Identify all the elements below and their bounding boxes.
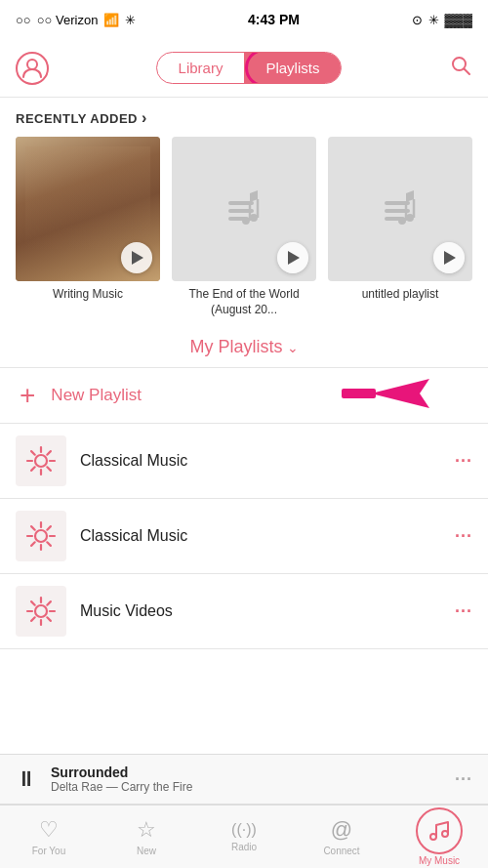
play-button-3[interactable] [433,242,465,273]
svg-point-28 [35,530,47,542]
music-note-icon-2 [215,180,273,238]
svg-line-25 [47,467,51,471]
nav-tabs: Library Playlists [156,52,343,84]
gear-icon-1 [23,443,59,478]
activity-icon: ✳ [125,13,136,27]
svg-point-19 [35,455,47,467]
svg-line-24 [31,451,35,455]
tab-new-label: New [137,846,156,856]
tab-radio[interactable]: ((·)) Radio [195,806,293,868]
tab-my-music[interactable]: My Music [390,806,488,868]
now-playing-subtitle: Delta Rae — Carry the Fire [51,780,455,794]
now-playing-more-dots[interactable]: ··· [455,769,472,790]
svg-line-44 [47,601,51,605]
play-button-1[interactable] [121,242,152,273]
album-thumb-2[interactable] [172,137,316,281]
svg-line-34 [47,542,51,546]
svg-line-45 [31,617,35,621]
status-left: ○○ ○○ Verizon 📶 ✳ [16,13,136,27]
svg-line-36 [31,542,35,546]
playlist-item-2[interactable]: Classical Music ··· [0,499,488,574]
tab-my-music-label: My Music [419,855,460,866]
playlists-chevron-icon: ⌄ [287,340,299,355]
status-bar: ○○ ○○ Verizon 📶 ✳ 4:43 PM ⊙ ✳ ▓▓▓ [0,0,488,39]
alarm-icon: ⊙ [412,13,423,27]
play-button-2[interactable] [277,242,308,273]
tab-connect-label: Connect [323,846,359,856]
svg-line-2 [465,68,470,74]
playlist-name-2: Classical Music [80,527,455,545]
more-dots-2[interactable]: ··· [455,526,472,547]
album-thumb-1[interactable] [16,137,160,281]
playlist-item-3[interactable]: Music Videos ··· [0,574,488,649]
battery-icon: ▓▓▓ [445,13,472,27]
album-label-2: The End of the World (August 20... [172,287,316,317]
profile-icon[interactable] [16,52,49,85]
album-thumb-3[interactable] [328,137,472,281]
svg-point-37 [35,605,47,617]
gear-icon-2 [23,518,59,554]
tab-library[interactable]: Library [157,53,245,83]
now-playing-bar[interactable]: ⏸ Surrounded Delta Rae — Carry the Fire … [0,754,488,805]
album-item-2[interactable]: The End of the World (August 20... [172,137,316,317]
my-music-active-circle [416,807,463,854]
recently-added-section: RECENTLY ADDED › Writing Music [0,98,488,323]
music-note-icon-3 [371,180,429,238]
header: Library Playlists [0,39,488,98]
more-dots-3[interactable]: ··· [455,601,472,622]
radio-icon: ((·)) [231,821,257,839]
recently-added-chevron[interactable]: › [142,109,147,127]
playlist-icon-box-2 [16,511,66,561]
now-playing-title: Surrounded [51,765,455,780]
bluetooth-icon: ✳ [428,13,439,27]
playlist-name-1: Classical Music [80,452,455,470]
recently-added-header: RECENTLY ADDED › [16,109,472,127]
wifi-icon: 📶 [103,13,119,27]
tab-new[interactable]: ☆ New [98,806,195,868]
svg-line-42 [31,601,35,605]
svg-rect-18 [342,389,376,398]
status-time: 4:43 PM [248,12,300,27]
at-icon: @ [331,817,352,843]
svg-line-27 [31,467,35,471]
tab-radio-label: Radio [231,842,257,852]
star-icon: ☆ [137,817,156,843]
album-item-1[interactable]: Writing Music [16,137,160,317]
album-item-3[interactable]: untitled playlist [328,137,472,317]
svg-point-0 [27,60,37,69]
plus-icon: + [20,382,35,409]
status-right: ⊙ ✳ ▓▓▓ [412,13,472,27]
search-button[interactable] [449,54,472,83]
my-playlists-header[interactable]: My Playlists ⌄ [0,323,488,368]
red-arrow [342,374,429,417]
gear-icon-3 [23,594,59,629]
signal-dots: ○○ [16,13,31,27]
svg-point-47 [442,831,448,837]
main-content: RECENTLY ADDED › Writing Music [0,98,488,754]
tab-for-you[interactable]: ♡ For You [0,806,98,868]
tab-playlists[interactable]: Playlists [244,53,341,83]
new-playlist-row[interactable]: + New Playlist [0,368,488,424]
svg-line-35 [47,526,51,530]
album-grid: Writing Music [16,137,472,317]
svg-marker-17 [371,379,429,408]
new-playlist-label: New Playlist [51,386,142,405]
tab-bar: ♡ For You ☆ New ((·)) Radio @ Connect My… [0,805,488,868]
music-note-tab-icon [427,819,451,843]
playlist-item-1[interactable]: Classical Music ··· [0,424,488,499]
carrier-label: ○○ Verizon [37,13,99,27]
now-playing-info: Surrounded Delta Rae — Carry the Fire [51,765,455,794]
tab-connect[interactable]: @ Connect [293,806,390,868]
tab-for-you-label: For You [32,846,65,856]
playlist-name-3: Music Videos [80,602,455,620]
heart-icon: ♡ [39,817,59,843]
my-playlists-title: My Playlists [189,337,282,357]
svg-point-46 [430,834,436,840]
more-dots-1[interactable]: ··· [455,451,472,472]
playlist-icon-box-1 [16,435,66,486]
pause-icon[interactable]: ⏸ [16,766,37,792]
playlist-icon-box-3 [16,586,66,637]
svg-line-43 [47,617,51,621]
album-label-3: untitled playlist [328,287,472,303]
album-label-1: Writing Music [16,287,160,303]
